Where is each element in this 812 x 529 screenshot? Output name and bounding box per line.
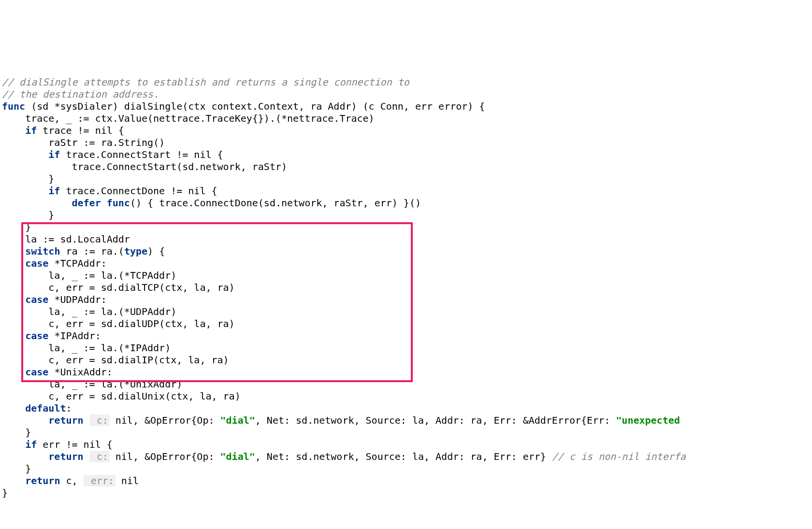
code-token: , Net: sd.network, Source: la, Addr: ra,… [255, 451, 552, 462]
code-token: la, _ := la.(*TCPAddr) [2, 270, 176, 281]
code-token: case [25, 257, 48, 269]
code-token: } [2, 427, 31, 438]
code-token: return [48, 451, 89, 462]
code-token: *UnixAddr: [48, 366, 112, 378]
code-line[interactable]: } [2, 487, 810, 499]
code-token [2, 439, 25, 450]
code-token [2, 366, 25, 378]
code-token: case [25, 330, 48, 342]
code-line[interactable]: la := sd.LocalAddr [2, 233, 810, 245]
code-line[interactable]: default: [2, 402, 810, 415]
code-token: default [25, 402, 66, 414]
code-line[interactable]: func (sd *sysDialer) dialSingle(ctx cont… [2, 100, 810, 113]
code-line[interactable]: trace.ConnectStart(sd.network, raStr) [2, 161, 810, 173]
code-token: ) { [147, 245, 165, 257]
code-token [2, 197, 72, 209]
code-token: (sd *sysDialer) dialSingle(ctx context.C… [25, 100, 485, 112]
code-line[interactable]: c, err = sd.dialUnix(ctx, la, ra) [2, 390, 810, 402]
code-line[interactable]: case *UnixAddr: [2, 366, 810, 378]
code-token: if [25, 125, 37, 136]
code-token: *UDPAddr: [48, 294, 106, 305]
code-line[interactable]: } [2, 221, 810, 233]
code-line[interactable]: if trace != nil { [2, 125, 810, 137]
code-token: if [25, 439, 37, 450]
code-token: c: [89, 451, 110, 462]
code-token: err != nil { [37, 439, 113, 450]
code-token: trace.ConnectStart != nil { [60, 149, 223, 160]
code-token: c, err = sd.dialUDP(ctx, la, ra) [2, 318, 235, 329]
code-line[interactable]: la, _ := la.(*IPAddr) [2, 342, 810, 354]
code-line[interactable]: c, err = sd.dialTCP(ctx, la, ra) [2, 282, 810, 294]
code-token: la, _ := la.(*UnixAddr) [2, 378, 182, 390]
code-line[interactable]: // dialSingle attempts to establish and … [2, 76, 810, 88]
code-line[interactable]: } [2, 427, 810, 439]
code-token [2, 185, 48, 197]
code-line[interactable]: } [2, 209, 810, 221]
code-token: if [48, 185, 60, 197]
code-lines: // dialSingle attempts to establish and … [2, 76, 810, 499]
code-token: trace, _ := ctx.Value(nettrace.TraceKey{… [2, 113, 375, 124]
code-line[interactable]: if trace.ConnectStart != nil { [2, 149, 810, 161]
code-token [2, 294, 25, 305]
code-token: } [2, 487, 8, 499]
code-line[interactable]: c, err = sd.dialIP(ctx, la, ra) [2, 354, 810, 366]
code-token: , Net: sd.network, Source: la, Addr: ra,… [255, 415, 616, 426]
code-token: nil, &OpError{Op: [110, 451, 220, 462]
code-line[interactable]: la, _ := la.(*UDPAddr) [2, 306, 810, 318]
code-token: c, err = sd.dialTCP(ctx, la, ra) [2, 282, 235, 293]
code-line[interactable]: } [2, 463, 810, 475]
code-token [2, 149, 48, 160]
code-token: "unexpected [616, 415, 680, 426]
code-line[interactable]: raStr := ra.String() [2, 137, 810, 149]
code-token: c, err = sd.dialUnix(ctx, la, ra) [2, 390, 241, 402]
code-token: trace.ConnectDone != nil { [60, 185, 217, 197]
code-line[interactable]: la, _ := la.(*TCPAddr) [2, 270, 810, 282]
code-token: func [2, 100, 25, 112]
code-token: defer func [72, 197, 130, 209]
code-token: raStr := ra.String() [2, 137, 165, 148]
code-token: c, [60, 475, 83, 486]
code-line[interactable]: defer func() { trace.ConnectDone(sd.netw… [2, 197, 810, 209]
code-token: *TCPAddr: [48, 257, 106, 269]
code-token: "dial" [220, 415, 255, 426]
code-token: ra := ra.( [60, 245, 124, 257]
code-line[interactable]: if err != nil { [2, 439, 810, 451]
code-token [2, 125, 25, 136]
code-token: case [25, 366, 48, 378]
code-line[interactable]: switch ra := ra.(type) { [2, 245, 810, 257]
code-line[interactable]: case *IPAddr: [2, 330, 810, 342]
code-token: if [48, 149, 60, 160]
code-token: trace.ConnectStart(sd.network, raStr) [2, 161, 287, 172]
code-token: nil [116, 475, 139, 486]
code-token: } [2, 463, 31, 474]
code-line[interactable]: if trace.ConnectDone != nil { [2, 185, 810, 197]
code-token [2, 257, 25, 269]
code-token: la, _ := la.(*IPAddr) [2, 342, 171, 354]
code-token: trace != nil { [37, 125, 124, 136]
code-line[interactable]: case *UDPAddr: [2, 294, 810, 306]
code-line[interactable]: c, err = sd.dialUDP(ctx, la, ra) [2, 318, 810, 330]
code-token: () { trace.ConnectDone(sd.network, raStr… [130, 197, 421, 209]
code-token: "dial" [220, 451, 255, 462]
code-line[interactable]: // the destination address. [2, 88, 810, 100]
code-line[interactable]: } [2, 173, 810, 185]
code-token: err: [84, 475, 116, 486]
code-line[interactable]: case *TCPAddr: [2, 257, 810, 270]
code-editor-viewport[interactable]: // dialSingle attempts to establish and … [2, 52, 810, 523]
code-token [2, 415, 48, 426]
code-token: } [2, 173, 54, 185]
code-token: // the destination address. [2, 88, 159, 100]
code-line[interactable]: return c, err: nil [2, 475, 810, 487]
code-token: nil, &OpError{Op: [110, 415, 220, 426]
code-token: } [2, 209, 54, 221]
code-line[interactable]: return c: nil, &OpError{Op: "dial", Net:… [2, 415, 810, 427]
code-token: // c is non-nil interfa [552, 451, 686, 462]
code-line[interactable]: return c: nil, &OpError{Op: "dial", Net:… [2, 451, 810, 463]
code-token: *IPAddr: [48, 330, 101, 342]
code-line[interactable]: la, _ := la.(*UnixAddr) [2, 378, 810, 390]
code-token: : [66, 402, 72, 414]
code-token [2, 245, 25, 257]
code-token [2, 451, 48, 462]
code-token: case [25, 294, 48, 305]
code-line[interactable]: trace, _ := ctx.Value(nettrace.TraceKey{… [2, 113, 810, 125]
